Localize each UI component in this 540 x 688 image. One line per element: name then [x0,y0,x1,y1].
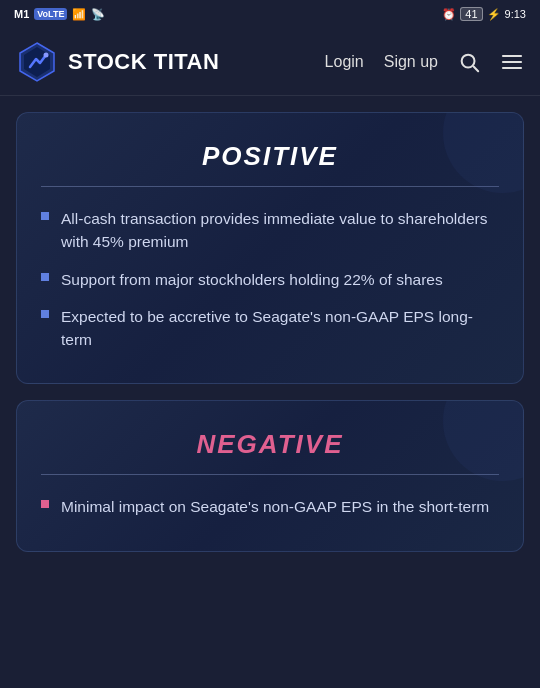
network-type-badge: VoLTE [34,8,67,20]
list-item: Support from major stockholders holding … [41,268,499,291]
positive-card-title: Positive [41,141,499,172]
status-left: M1 VoLTE 📶 📡 [14,8,105,21]
positive-bullet-list: All-cash transaction provides immediate … [41,207,499,351]
negative-card-title: Negative [41,429,499,460]
negative-card: Negative Minimal impact on Seagate's non… [16,400,524,551]
bullet-text: Support from major stockholders holding … [61,268,443,291]
bullet-icon [41,273,49,281]
bullet-text: All-cash transaction provides immediate … [61,207,499,254]
status-bar: M1 VoLTE 📶 📡 ⏰ 41 ⚡ 9:13 [0,0,540,28]
login-link[interactable]: Login [325,53,364,71]
list-item: Expected to be accretive to Seagate's no… [41,305,499,352]
navbar: STOCK TITAN Login Sign up [0,28,540,96]
charging-icon: ⚡ [487,8,501,21]
carrier-label: M1 [14,8,29,20]
status-right: ⏰ 41 ⚡ 9:13 [442,7,526,21]
svg-point-3 [462,54,475,67]
logo-text: STOCK TITAN [68,49,219,75]
alarm-icon: ⏰ [442,8,456,21]
positive-card-divider [41,186,499,187]
bullet-icon [41,212,49,220]
positive-card: Positive All-cash transaction provides i… [16,112,524,384]
clock: 9:13 [505,8,526,20]
content-area: Positive All-cash transaction provides i… [0,96,540,568]
wifi-icon: 📡 [91,8,105,21]
svg-point-2 [44,52,49,57]
list-item: All-cash transaction provides immediate … [41,207,499,254]
list-item: Minimal impact on Seagate's non-GAAP EPS… [41,495,499,518]
search-icon[interactable] [458,51,480,73]
svg-line-4 [474,66,479,71]
negative-card-divider [41,474,499,475]
negative-bullet-list: Minimal impact on Seagate's non-GAAP EPS… [41,495,499,518]
bullet-text: Expected to be accretive to Seagate's no… [61,305,499,352]
nav-links: Login Sign up [325,50,524,74]
logo-area: STOCK TITAN [16,41,325,83]
battery-level: 41 [460,7,482,21]
logo-icon [16,41,58,83]
bullet-icon [41,310,49,318]
signup-link[interactable]: Sign up [384,53,438,71]
bullet-icon [41,500,49,508]
bullet-text: Minimal impact on Seagate's non-GAAP EPS… [61,495,489,518]
signal-icon: 📶 [72,8,86,21]
menu-icon[interactable] [500,50,524,74]
